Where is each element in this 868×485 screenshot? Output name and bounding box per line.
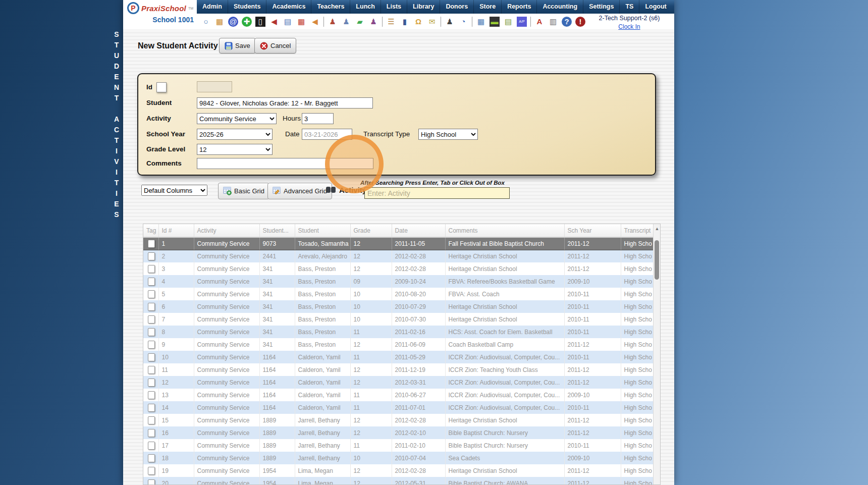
nav-item-logout[interactable]: Logout — [639, 0, 672, 14]
grid-vertical-scrollbar[interactable]: ▲ — [653, 224, 660, 485]
row-tag-checkbox[interactable] — [148, 442, 155, 450]
column-header-activity[interactable]: Activity — [194, 224, 259, 237]
row-tag-checkbox[interactable] — [148, 366, 155, 374]
nav-item-ts[interactable]: TS — [619, 0, 639, 14]
speaker-icon[interactable]: ◀ — [269, 17, 279, 27]
school-year-select[interactable]: 2025-26 — [197, 129, 273, 140]
activity-search-input[interactable] — [364, 187, 510, 199]
apps-grid-icon[interactable]: ▦ — [214, 17, 225, 27]
cash-register-icon[interactable]: ▥ — [548, 17, 558, 27]
time-clock-icon[interactable]: ◔ — [458, 17, 468, 27]
lunch-icon[interactable]: ☰ — [386, 17, 396, 27]
table-row[interactable]: 12Community Service1164Calderon, Yamil12… — [143, 376, 654, 389]
family-icon[interactable]: ♟ — [368, 17, 378, 27]
advanced-grid-button[interactable]: Advanced Grid — [267, 183, 332, 199]
column-header-tag[interactable]: Tag — [143, 224, 158, 237]
nav-item-lists[interactable]: Lists — [381, 0, 407, 14]
table-row[interactable]: 3Community Service341Bass, Preston122012… — [143, 262, 654, 275]
date-field[interactable] — [302, 129, 352, 140]
scrollbar-up-arrow-icon[interactable]: ▲ — [654, 224, 661, 233]
save-button[interactable]: Save — [219, 38, 256, 53]
activity-select[interactable]: Community Service — [197, 113, 277, 124]
row-tag-checkbox[interactable] — [148, 265, 155, 273]
add-health-record-icon[interactable]: ♟ — [328, 17, 338, 27]
comments-field[interactable] — [197, 158, 373, 169]
table-row[interactable]: 10Community Service1164Calderon, Yamil11… — [143, 351, 654, 363]
row-tag-checkbox[interactable] — [148, 429, 155, 437]
student-record-icon[interactable]: ♟ — [341, 17, 351, 27]
column-header-date[interactable]: Date — [392, 224, 445, 237]
table-row[interactable]: 11Community Service1164Calderon, Yamil12… — [143, 363, 654, 376]
basic-grid-button[interactable]: Basic Grid — [218, 183, 269, 199]
grade-level-select[interactable]: 12 — [197, 144, 273, 155]
table-row[interactable]: 18Community Service1889Jarrell, Bethany1… — [143, 452, 654, 464]
column-header-transcript[interactable]: Transcript — [621, 224, 654, 237]
row-tag-checkbox[interactable] — [148, 278, 155, 286]
student-field[interactable] — [197, 97, 373, 109]
phone-icon[interactable]: ▯ — [255, 17, 265, 27]
id-checkbox[interactable] — [156, 82, 167, 92]
row-tag-checkbox[interactable] — [148, 290, 155, 298]
columns-preset-select[interactable]: Default Columns — [141, 185, 207, 196]
nav-item-donors[interactable]: Donors — [440, 0, 473, 14]
check-card-icon[interactable]: ▬ — [490, 17, 500, 27]
row-tag-checkbox[interactable] — [148, 353, 155, 361]
clock-in-link[interactable]: Clock In — [618, 23, 640, 30]
megaphone-icon[interactable]: ◀ — [310, 17, 320, 27]
row-tag-checkbox[interactable] — [148, 252, 155, 260]
print-checks-icon[interactable]: ▤ — [503, 17, 513, 27]
table-row[interactable]: 16Community Service1889Jarrell, Bethany1… — [143, 426, 654, 439]
staff-icon[interactable]: ♟ — [445, 17, 455, 27]
row-tag-checkbox[interactable] — [148, 467, 155, 475]
table-row[interactable]: 19Community Service1954Lima, Megan122012… — [143, 464, 654, 477]
row-tag-checkbox[interactable] — [148, 303, 155, 311]
tickets-icon[interactable]: ▰ — [355, 17, 365, 27]
row-tag-checkbox[interactable] — [148, 341, 155, 349]
scrollbar-thumb[interactable] — [655, 240, 659, 280]
chat-icon[interactable]: ✚ — [242, 17, 252, 27]
table-row[interactable]: 17Community Service1889Jarrell, Bethany1… — [143, 439, 654, 452]
stop-icon[interactable]: ! — [575, 17, 585, 27]
transcript-type-select[interactable]: High School — [418, 129, 478, 140]
row-tag-checkbox[interactable] — [148, 404, 155, 412]
row-tag-checkbox[interactable] — [148, 315, 155, 324]
column-header-student[interactable]: Student... — [259, 224, 295, 237]
table-row[interactable]: 20Community Service1954Lima, Megan122012… — [143, 477, 654, 485]
column-header-comments[interactable]: Comments — [445, 224, 564, 237]
row-tag-checkbox[interactable] — [148, 391, 155, 399]
row-tag-checkbox[interactable] — [148, 379, 155, 387]
spreadsheet-icon[interactable]: ▦ — [476, 17, 486, 27]
hours-field[interactable] — [302, 113, 334, 124]
table-row[interactable]: 7Community Service341Bass, Preston102010… — [143, 313, 654, 326]
table-row[interactable]: 13Community Service1164Calderon, Yamil11… — [143, 389, 654, 401]
column-header-sch-year[interactable]: Sch Year — [564, 224, 621, 237]
nav-item-admin[interactable]: Admin — [197, 0, 228, 14]
row-tag-checkbox[interactable] — [148, 479, 155, 485]
table-row[interactable]: 4Community Service341Bass, Preston092009… — [143, 275, 654, 288]
row-tag-checkbox[interactable] — [148, 240, 155, 248]
cancel-button[interactable]: Cancel — [254, 38, 296, 53]
nav-item-teachers[interactable]: Teachers — [311, 0, 350, 14]
row-tag-checkbox[interactable] — [148, 416, 155, 424]
send-note-icon[interactable]: ✉ — [427, 17, 437, 27]
column-header-id[interactable]: Id # — [158, 224, 194, 237]
nav-item-library[interactable]: Library — [407, 0, 440, 14]
column-header-student[interactable]: Student — [295, 224, 350, 237]
row-tag-checkbox[interactable] — [148, 328, 155, 336]
table-row[interactable]: 15Community Service1889Jarrell, Bethany1… — [143, 414, 654, 426]
search-icon[interactable]: ○ — [201, 17, 211, 27]
nav-item-academics[interactable]: Academics — [266, 0, 311, 14]
ap-icon[interactable]: A/P — [517, 17, 527, 27]
table-row[interactable]: 9Community Service341Bass, Preston122011… — [143, 338, 654, 351]
schedule-icon[interactable]: ▤ — [283, 17, 293, 27]
table-row[interactable]: 2Community Service2441Arevalo, Alejandro… — [143, 250, 654, 262]
row-tag-checkbox[interactable] — [148, 454, 155, 462]
table-row[interactable]: 8Community Service341Bass, Preston112011… — [143, 326, 654, 338]
nav-item-reports[interactable]: Reports — [501, 0, 536, 14]
nav-item-lunch[interactable]: Lunch — [350, 0, 381, 14]
table-row[interactable]: 14Community Service1164Calderon, Yamil11… — [143, 401, 654, 414]
table-row[interactable]: 6Community Service341Bass, Preston102010… — [143, 300, 654, 313]
calendar-icon[interactable]: ▦ — [296, 17, 306, 27]
nav-item-students[interactable]: Students — [228, 0, 266, 14]
library-book-icon[interactable]: ▮ — [400, 17, 410, 27]
